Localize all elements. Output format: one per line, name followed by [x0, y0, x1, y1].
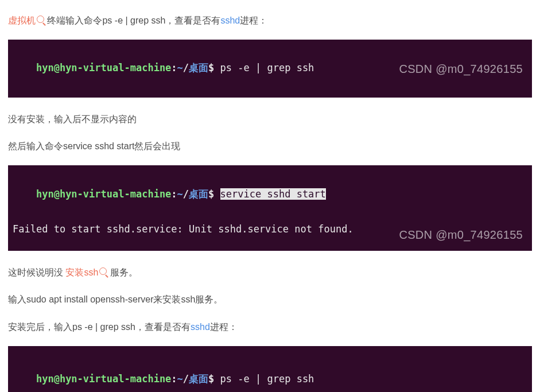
- keyword-sshd[interactable]: sshd: [191, 322, 210, 332]
- keyword-vm[interactable]: 虚拟机: [8, 15, 36, 25]
- terminal-command-highlight: service sshd start: [220, 188, 326, 200]
- paragraph-6: 安装完后，输入ps -e | grep ssh，查看是否有sshd进程：: [8, 319, 532, 335]
- search-icon[interactable]: [99, 267, 107, 275]
- terminal-command: ps -e | grep ssh: [220, 62, 314, 73]
- paragraph-5: 输入sudo apt install openssh-server来安装ssh服…: [8, 292, 532, 307]
- terminal-block-2: CSDN @m0_74926155 hyn@hyn-virtual-machin…: [8, 165, 532, 251]
- paragraph-4: 这时候说明没 安装ssh 服务。: [8, 265, 532, 280]
- paragraph-3: 然后输入命令service sshd start然后会出现: [8, 138, 532, 154]
- terminal-block-1: CSDN @m0_74926155 hyn@hyn-virtual-machin…: [8, 40, 532, 98]
- prompt-user: hyn@hyn-virtual-machine: [36, 62, 171, 73]
- text: 这时候说明没: [8, 267, 65, 277]
- terminal-command: ps -e | grep ssh: [220, 373, 314, 385]
- paragraph-2: 没有安装，输入后不显示内容的: [8, 111, 532, 127]
- prompt-user: hyn@hyn-virtual-machine: [36, 188, 171, 200]
- prompt-user: hyn@hyn-virtual-machine: [36, 373, 171, 385]
- search-icon[interactable]: [37, 15, 44, 23]
- keyword-install-ssh[interactable]: 安装ssh: [65, 267, 98, 277]
- prompt-path: ~: [177, 62, 183, 73]
- keyword-sshd[interactable]: sshd: [220, 15, 240, 25]
- prompt-sep: :: [171, 62, 177, 73]
- paragraph-1: 虚拟机 终端输入命令ps -e | grep ssh，查看是否有sshd进程：: [8, 13, 532, 28]
- terminal-output-error: Failed to start sshd.service: Unit sshd.…: [13, 221, 527, 238]
- text: 服务。: [110, 267, 138, 277]
- text: 安装完后，输入ps -e | grep ssh，查看是否有: [8, 322, 191, 332]
- text: 进程：: [240, 15, 267, 25]
- text: 进程：: [210, 322, 238, 332]
- terminal-block-3: CSDN @m0_74926155 hyn@hyn-virtual-machin…: [8, 346, 532, 392]
- text: 终端输入命令ps -e | grep ssh，查看是否有: [47, 15, 220, 25]
- terminal-partial-line: [13, 238, 527, 250]
